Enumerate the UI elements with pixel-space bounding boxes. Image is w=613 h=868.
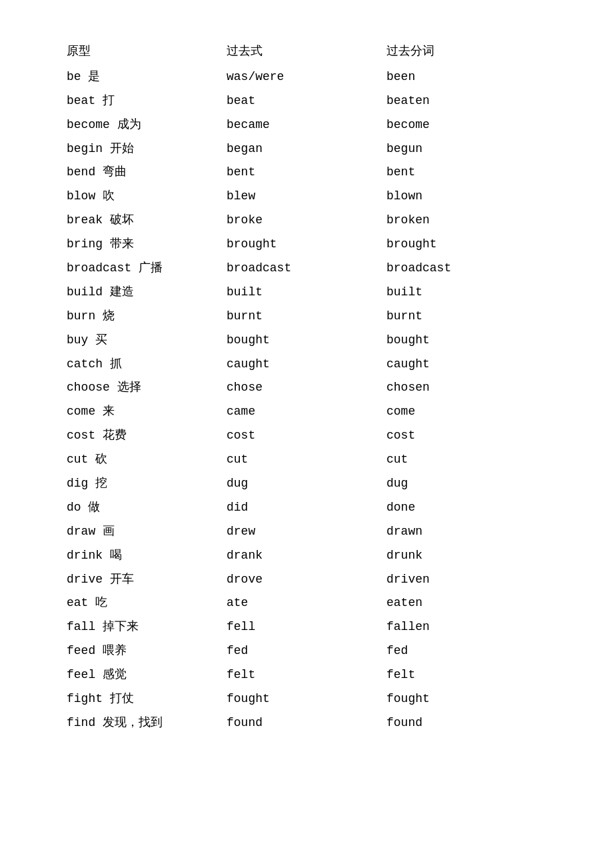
past-tense-cell: began	[227, 137, 386, 161]
table-row: do 做diddone	[67, 496, 546, 520]
table-row: come 来camecome	[67, 400, 546, 424]
table-row: cost 花费costcost	[67, 424, 546, 448]
past-participle-cell: dug	[386, 472, 546, 496]
past-tense-cell: caught	[227, 353, 386, 377]
base-form-cell: begin 开始	[67, 137, 227, 161]
table-row: beat 打beatbeaten	[67, 89, 546, 113]
base-form-cell: broadcast 广播	[67, 257, 227, 281]
base-form-cell: feed 喂养	[67, 639, 227, 663]
base-form-cell: bend 弯曲	[67, 161, 227, 185]
past-tense-cell: dug	[227, 472, 386, 496]
base-form-cell: draw 画	[67, 520, 227, 544]
past-participle-cell: been	[386, 65, 546, 89]
base-form-cell: feel 感觉	[67, 663, 227, 687]
table-row: blow 吹blewblown	[67, 185, 546, 209]
base-form-cell: burn 烧	[67, 305, 227, 329]
base-form-cell: dig 挖	[67, 472, 227, 496]
past-tense-cell: found	[227, 711, 386, 735]
table-row: eat 吃ateeaten	[67, 591, 546, 615]
table-row: feel 感觉feltfelt	[67, 663, 546, 687]
past-participle-cell: burnt	[386, 305, 546, 329]
past-participle-cell: brought	[386, 233, 546, 257]
table-row: feed 喂养fedfed	[67, 639, 546, 663]
table-row: bend 弯曲bentbent	[67, 161, 546, 185]
past-participle-cell: fed	[386, 639, 546, 663]
past-participle-cell: become	[386, 113, 546, 137]
past-participle-cell: cost	[386, 424, 546, 448]
past-tense-cell: drank	[227, 544, 386, 568]
past-participle-cell: bought	[386, 329, 546, 353]
table-row: choose 选择chosechosen	[67, 376, 546, 400]
past-participle-cell: bent	[386, 161, 546, 185]
past-tense-cell: broadcast	[227, 257, 386, 281]
past-tense-cell: blew	[227, 185, 386, 209]
past-participle-cell: blown	[386, 185, 546, 209]
table-row: drink 喝drankdrunk	[67, 544, 546, 568]
base-form-cell: beat 打	[67, 89, 227, 113]
table-row: dig 挖dugdug	[67, 472, 546, 496]
past-participle-cell: beaten	[386, 89, 546, 113]
past-participle-cell: found	[386, 711, 546, 735]
table-row: begin 开始beganbegun	[67, 137, 546, 161]
table-row: become 成为becamebecome	[67, 113, 546, 137]
past-participle-cell: broken	[386, 209, 546, 233]
past-tense-cell: felt	[227, 663, 386, 687]
past-tense-cell: drew	[227, 520, 386, 544]
table-row: find 发现，找到foundfound	[67, 711, 546, 735]
past-tense-cell: ate	[227, 591, 386, 615]
table-header-row: 原型过去式过去分词	[67, 40, 546, 65]
verb-table-container: 原型过去式过去分词 be 是was/werebeenbeat 打beatbeat…	[67, 40, 546, 735]
table-row: catch 抓caughtcaught	[67, 353, 546, 377]
past-tense-cell: built	[227, 281, 386, 305]
table-row: be 是was/werebeen	[67, 65, 546, 89]
base-form-cell: be 是	[67, 65, 227, 89]
past-participle-cell: drawn	[386, 520, 546, 544]
column-header: 过去式	[227, 40, 386, 65]
base-form-cell: cost 花费	[67, 424, 227, 448]
past-tense-cell: fought	[227, 687, 386, 711]
past-participle-cell: built	[386, 281, 546, 305]
past-tense-cell: cost	[227, 424, 386, 448]
past-participle-cell: driven	[386, 568, 546, 592]
past-participle-cell: eaten	[386, 591, 546, 615]
past-tense-cell: fed	[227, 639, 386, 663]
past-tense-cell: drove	[227, 568, 386, 592]
table-row: build 建造builtbuilt	[67, 281, 546, 305]
past-participle-cell: fought	[386, 687, 546, 711]
past-participle-cell: caught	[386, 353, 546, 377]
base-form-cell: fight 打仗	[67, 687, 227, 711]
past-participle-cell: fallen	[386, 615, 546, 639]
table-row: fall 掉下来fellfallen	[67, 615, 546, 639]
table-body: be 是was/werebeenbeat 打beatbeatenbecome 成…	[67, 65, 546, 735]
table-row: drive 开车drovedriven	[67, 568, 546, 592]
table-row: break 破坏brokebroken	[67, 209, 546, 233]
base-form-cell: blow 吹	[67, 185, 227, 209]
base-form-cell: catch 抓	[67, 353, 227, 377]
past-tense-cell: chose	[227, 376, 386, 400]
table-row: buy 买boughtbought	[67, 329, 546, 353]
base-form-cell: cut 砍	[67, 448, 227, 472]
past-tense-cell: became	[227, 113, 386, 137]
table-row: broadcast 广播broadcastbroadcast	[67, 257, 546, 281]
past-tense-cell: cut	[227, 448, 386, 472]
base-form-cell: drink 喝	[67, 544, 227, 568]
table-row: burn 烧burntburnt	[67, 305, 546, 329]
past-tense-cell: fell	[227, 615, 386, 639]
past-participle-cell: done	[386, 496, 546, 520]
base-form-cell: do 做	[67, 496, 227, 520]
base-form-cell: bring 带来	[67, 233, 227, 257]
past-tense-cell: bought	[227, 329, 386, 353]
past-participle-cell: felt	[386, 663, 546, 687]
past-participle-cell: come	[386, 400, 546, 424]
base-form-cell: buy 买	[67, 329, 227, 353]
base-form-cell: become 成为	[67, 113, 227, 137]
column-header: 过去分词	[386, 40, 546, 65]
base-form-cell: eat 吃	[67, 591, 227, 615]
past-tense-cell: came	[227, 400, 386, 424]
base-form-cell: find 发现，找到	[67, 711, 227, 735]
past-tense-cell: burnt	[227, 305, 386, 329]
table-row: bring 带来broughtbrought	[67, 233, 546, 257]
past-participle-cell: cut	[386, 448, 546, 472]
base-form-cell: drive 开车	[67, 568, 227, 592]
base-form-cell: come 来	[67, 400, 227, 424]
